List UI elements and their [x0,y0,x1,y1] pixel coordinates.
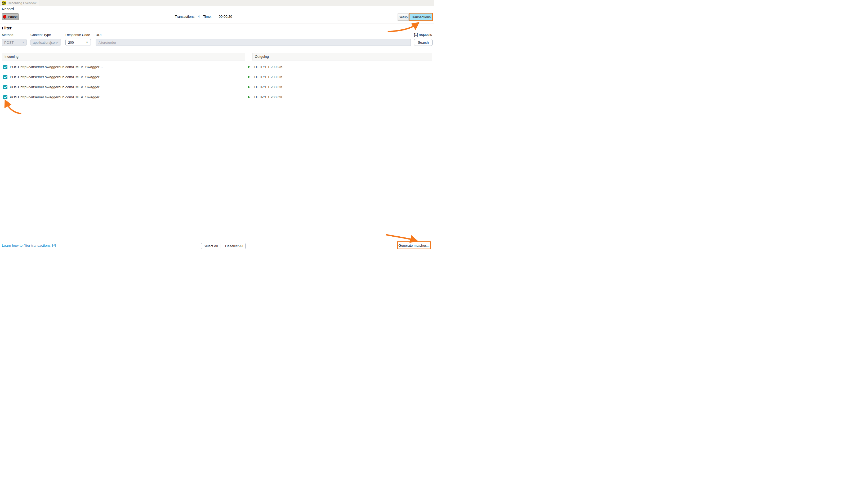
transaction-checkbox[interactable] [3,95,8,99]
record-section-label: Record [2,7,14,11]
response-code-select-value: 200 [68,41,74,44]
chevron-down-icon: ▼ [57,41,59,44]
deselect-all-button[interactable]: Deselect All [223,243,246,249]
method-select-value: POST [4,41,13,44]
content-type-select-value: application/json [33,41,57,44]
response-label: HTTP/1.1 200 OK [254,85,283,89]
response-play-icon [248,85,250,89]
transactions-count-label: Transactions: [175,14,196,19]
filter-heading: Filter [2,26,12,30]
incoming-transaction-row[interactable]: POST http://virtserver.swaggerhub.com/EM… [3,95,103,100]
content-type-label: Content Type [30,33,51,37]
response-label: HTTP/1.1 200 OK [254,75,283,79]
external-link-icon [52,244,55,247]
recording-overview-window: Recording Overview Record Pause Transact… [0,0,434,252]
tab-setup[interactable]: Setup [397,13,409,21]
transaction-checkbox[interactable] [3,85,8,89]
request-label: POST http://virtserver.swaggerhub.com/EM… [10,65,103,69]
generate-matches-button[interactable]: Generate matches... [397,241,431,249]
outgoing-transaction-row[interactable]: HTTP/1.1 200 OK [248,64,283,70]
request-label: POST http://virtserver.swaggerhub.com/EM… [10,75,103,79]
incoming-transaction-row[interactable]: POST http://virtserver.swaggerhub.com/EM… [3,74,103,80]
window-tab-bar: Recording Overview [0,0,434,6]
annotation-arrow-transactions [388,24,416,32]
annotation-arrows [0,0,434,252]
outgoing-panel-header: Outgoing [252,53,432,60]
outgoing-transaction-row[interactable]: HTTP/1.1 200 OK [248,74,283,80]
pause-button[interactable]: Pause [2,13,19,20]
select-all-button[interactable]: Select All [201,243,220,249]
outgoing-transaction-row[interactable]: HTTP/1.1 200 OK [248,95,283,100]
tab-transactions[interactable]: Transactions [409,13,433,21]
pause-button-label: Pause [8,15,18,19]
incoming-transaction-row[interactable]: POST http://virtserver.swaggerhub.com/EM… [3,64,103,70]
transactions-count-value: 4 [198,14,200,19]
transaction-checkbox[interactable] [3,65,8,69]
incoming-panel-header: Incoming [2,53,245,60]
content-type-select[interactable]: application/json ▼ [30,39,61,46]
time-label: Time: [203,14,211,19]
url-filter-input[interactable] [96,39,411,46]
chevron-down-icon: ▼ [86,41,88,44]
response-play-icon [248,65,250,68]
response-code-label: Response Code [65,33,90,37]
annotation-arrow-generate [386,235,414,240]
outgoing-transaction-row[interactable]: HTTP/1.1 200 OK [248,84,283,90]
chevron-down-icon: ▼ [22,41,24,44]
response-play-icon [248,96,250,99]
response-play-icon [248,75,250,79]
response-label: HTTP/1.1 200 OK [254,95,283,99]
filter-help-link[interactable]: Learn how to filter transactions [2,244,55,247]
window-title: Recording Overview [8,1,36,5]
toolbar-divider [0,23,434,24]
method-select[interactable]: POST ▼ [2,39,27,46]
recording-stats: Transactions: 4 Time: 00:00:20 [175,14,232,19]
record-dot-icon [3,15,6,19]
url-label: URL [96,33,103,37]
search-button[interactable]: Search [414,39,433,46]
incoming-transaction-row[interactable]: POST http://virtserver.swaggerhub.com/EM… [3,84,103,90]
response-label: HTTP/1.1 200 OK [254,65,283,69]
request-label: POST http://virtserver.swaggerhub.com/EM… [10,95,103,99]
recording-icon [2,1,6,5]
annotation-arrow-checkbox [6,103,21,113]
response-code-select[interactable]: 200 ▼ [65,39,91,46]
requests-count: [1] requests [414,33,432,37]
filter-help-link-label: Learn how to filter transactions [2,244,51,247]
request-label: POST http://virtserver.swaggerhub.com/EM… [10,85,103,89]
transaction-checkbox[interactable] [3,75,8,79]
window-tab[interactable]: Recording Overview [1,0,39,6]
time-value: 00:00:20 [219,14,232,19]
method-label: Method [2,33,13,37]
